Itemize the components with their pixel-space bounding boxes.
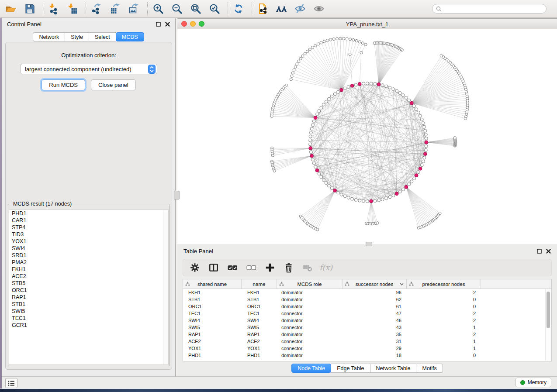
table-scrollbar[interactable] <box>545 289 551 361</box>
maximize-window-button[interactable] <box>199 21 204 27</box>
select-stepper-icon <box>148 65 156 74</box>
mcds-result-item[interactable]: SWI4 <box>9 245 168 252</box>
float-table-panel-icon[interactable] <box>537 249 542 254</box>
float-panel-icon[interactable] <box>156 22 161 27</box>
table-row[interactable]: SWI4SWI4dominator462 <box>183 317 551 324</box>
show-selected-button[interactable] <box>312 1 325 16</box>
delete-row-button[interactable] <box>283 262 294 273</box>
mcds-result-item[interactable]: YOX1 <box>9 238 168 245</box>
deselect-all-button[interactable] <box>246 262 257 273</box>
close-table-panel-icon[interactable] <box>546 249 551 254</box>
zoom-selected-button[interactable] <box>208 1 221 16</box>
table-row[interactable]: YOX1YOX1connector291 <box>183 345 551 352</box>
save-session-button[interactable] <box>23 1 36 16</box>
memory-button[interactable]: Memory <box>515 378 551 387</box>
cell-name: SWI5 <box>242 325 277 330</box>
tab-style[interactable]: Style <box>65 32 89 41</box>
deselect-all-icon <box>246 262 256 273</box>
mcds-result-item[interactable]: GCR1 <box>9 322 168 329</box>
mcds-result-item[interactable]: STB5 <box>9 280 168 287</box>
tab-motifs[interactable]: Motifs <box>416 364 443 373</box>
select-all-icon <box>227 262 238 273</box>
mcds-result-item[interactable]: ORC1 <box>9 287 168 294</box>
mcds-list-scrollbar[interactable] <box>163 210 168 364</box>
open-session-button[interactable] <box>4 1 17 16</box>
mcds-result-item[interactable]: PHD1 <box>9 210 168 217</box>
criterion-select[interactable]: largest connected component (undirected) <box>20 64 157 74</box>
mcds-result-item[interactable]: STB1 <box>9 301 168 308</box>
network-canvas[interactable] <box>177 29 557 244</box>
import-table-button[interactable] <box>66 1 79 16</box>
network-window-titlebar[interactable]: YPA_prune.txt_1 <box>177 19 557 30</box>
horizontal-splitter-handle[interactable] <box>366 242 372 246</box>
mcds-result-item[interactable]: FKH1 <box>9 266 168 273</box>
run-mcds-button[interactable]: Run MCDS <box>42 79 85 90</box>
column-header-predecessor-nodes[interactable]: predecessor nodes <box>407 279 481 289</box>
add-row-button[interactable] <box>264 262 276 273</box>
search-field[interactable] <box>432 4 547 14</box>
tab-network[interactable]: Network <box>33 32 65 41</box>
table-row[interactable]: PHD1PHD1dominator180 <box>183 352 551 359</box>
columns-button[interactable] <box>208 262 219 273</box>
export-table-button[interactable] <box>109 1 122 16</box>
mcds-result-item[interactable]: TEC1 <box>9 315 168 322</box>
tab-edge-table[interactable]: Edge Table <box>331 364 370 373</box>
column-label: predecessor nodes <box>422 282 465 287</box>
cell-successor-nodes: 43 <box>343 325 407 330</box>
table-row[interactable]: FKH1FKH1dominator962 <box>183 289 551 296</box>
cell-predecessor-nodes: 2 <box>407 290 481 295</box>
minimize-window-button[interactable] <box>190 21 196 27</box>
mcds-result-groupbox: MCDS result (17 nodes) PHD1CAR1STP4TID3Y… <box>8 204 170 366</box>
column-header-name[interactable]: name <box>242 279 277 289</box>
tab-mcds[interactable]: MCDS <box>116 32 144 41</box>
tab-network-table[interactable]: Network Table <box>370 364 417 373</box>
cell-shared-name: SWI4 <box>183 318 242 323</box>
refresh-icon <box>233 3 244 14</box>
select-all-button[interactable] <box>227 262 238 273</box>
column-header-MCDS-role[interactable]: MCDS role <box>277 279 343 289</box>
table-row[interactable]: SWI5SWI5connector431 <box>183 324 551 331</box>
tab-select[interactable]: Select <box>89 32 116 41</box>
zoom-out-button[interactable] <box>170 1 183 16</box>
task-history-button[interactable] <box>5 378 17 388</box>
search-input[interactable] <box>444 5 546 12</box>
table-row[interactable]: RAP1RAP1dominator352 <box>183 331 551 338</box>
refresh-button[interactable] <box>232 1 245 16</box>
mcds-result-item[interactable]: SRD1 <box>9 252 168 259</box>
column-header-shared-name[interactable]: shared name <box>183 279 242 289</box>
export-network-button[interactable] <box>90 1 103 16</box>
table-row[interactable]: ACE2ACE2connector311 <box>183 338 551 345</box>
mcds-result-item[interactable]: TID3 <box>9 231 168 238</box>
share-document-button[interactable] <box>256 1 269 16</box>
close-panel-button[interactable]: Close panel <box>91 79 136 90</box>
mcds-result-item[interactable]: ACE2 <box>9 273 168 280</box>
table-row[interactable]: ORC1ORC1dominator610 <box>183 303 551 310</box>
tab-node-table[interactable]: Node Table <box>291 364 331 373</box>
table-row[interactable]: STB1STB1dominator620 <box>183 296 551 303</box>
import-network-button[interactable] <box>47 1 60 16</box>
mcds-result-item[interactable]: STP4 <box>9 224 168 231</box>
table-scrollbar-thumb[interactable] <box>547 292 550 328</box>
cell-shared-name: YOX1 <box>183 346 242 351</box>
hide-selected-button[interactable] <box>294 1 307 16</box>
cell-name: FKH1 <box>242 290 277 295</box>
vertical-splitter-handle[interactable] <box>174 191 180 199</box>
mcds-result-item[interactable]: CAR1 <box>9 217 168 224</box>
mcds-result-item[interactable]: RAP1 <box>9 294 168 301</box>
zoom-fit-icon <box>190 3 201 14</box>
zoom-fit-button[interactable] <box>189 1 202 16</box>
close-window-button[interactable] <box>181 21 187 27</box>
zoom-in-button[interactable] <box>152 1 165 16</box>
close-panel-icon[interactable] <box>165 22 170 27</box>
memory-label: Memory <box>528 379 547 385</box>
column-header-successor-nodes[interactable]: successor nodes <box>343 279 407 289</box>
mcds-result-item[interactable]: PMA2 <box>9 259 168 266</box>
mcds-result-item[interactable]: SWI5 <box>9 308 168 315</box>
search-find-button[interactable] <box>275 1 288 16</box>
table-row[interactable]: TEC1TEC1connector472 <box>183 310 551 317</box>
add-row-icon <box>265 262 275 273</box>
export-image-button[interactable] <box>128 1 141 16</box>
cell-predecessor-nodes: 1 <box>407 339 481 344</box>
settings-button[interactable] <box>189 262 201 273</box>
status-bar: Memory <box>0 376 557 389</box>
